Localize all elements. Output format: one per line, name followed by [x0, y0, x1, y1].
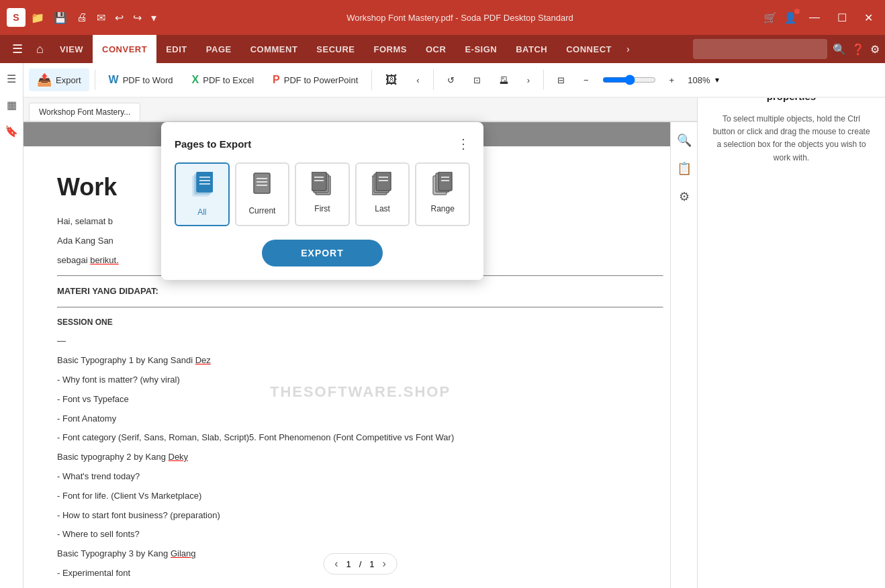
dropdown-icon[interactable]: ▾ — [151, 11, 156, 24]
pdf-to-word-button[interactable]: W PDF to Word — [101, 70, 181, 90]
title-bar-right: 🛒 👤 — ☐ ✕ — [763, 9, 878, 27]
page-option-all-label: All — [197, 207, 206, 217]
sliders-icon[interactable]: ⚙ — [673, 184, 695, 209]
hamburger-menu[interactable]: ☰ — [5, 38, 30, 60]
page-option-first[interactable]: First — [295, 162, 350, 226]
page-option-first-icon — [312, 172, 333, 199]
cart-icon[interactable]: 🛒 — [763, 12, 777, 23]
thumbnail-icon[interactable]: ▦ — [3, 95, 21, 115]
nav-left-button[interactable]: ‹ — [408, 71, 427, 89]
panel-toggle-icon[interactable]: ☰ — [3, 68, 20, 89]
title-bar-left: S 📁 💾 🖨 ✉ ↩ ↪ ▾ — [7, 8, 156, 27]
title-bar: S 📁 💾 🖨 ✉ ↩ ↪ ▾ Workshop Font Mastery.pd… — [0, 0, 885, 35]
export-icon: 📤 — [37, 72, 52, 87]
rotate-button[interactable]: ↺ — [439, 71, 463, 89]
page-option-range-label: Range — [431, 204, 455, 213]
pdf-bullet-2: - Font vs Typeface — [57, 393, 663, 407]
pdf-bullet-1: - Why font is matter? (why viral) — [57, 373, 663, 387]
home-button[interactable]: ⌂ — [30, 38, 50, 60]
excel-icon: X — [192, 74, 199, 86]
image-icon: 🖼 — [385, 73, 398, 87]
menu-item-edit[interactable]: EDIT — [156, 35, 197, 63]
mail-icon[interactable]: ✉ — [97, 11, 105, 24]
right-panel: Click on the object to edit its properti… — [697, 63, 885, 588]
toolbar-divider-2 — [371, 70, 372, 90]
app-icon: S — [7, 8, 26, 27]
menu-item-connect[interactable]: CONNECT — [557, 35, 621, 63]
minimize-button[interactable]: — — [804, 9, 825, 26]
folder-icon[interactable]: 📁 — [31, 11, 44, 24]
menu-item-page[interactable]: PAGE — [197, 35, 241, 63]
pdf-bullet-6: - Font for life. (Client Vs Marketplace) — [57, 489, 663, 503]
page-option-range-icon — [432, 172, 453, 199]
svg-rect-2 — [197, 172, 213, 192]
export-button[interactable]: 📤 Export — [29, 68, 89, 91]
next-page-button[interactable]: › — [383, 558, 386, 570]
page-option-current[interactable]: Current — [235, 162, 290, 226]
menu-item-esign[interactable]: E-SIGN — [455, 35, 506, 63]
menu-item-comment[interactable]: COMMENT — [241, 35, 308, 63]
zoom-out-button[interactable]: − — [575, 71, 597, 89]
cart-wrapper: 🛒 — [763, 11, 777, 24]
page-option-range[interactable]: Range — [415, 162, 470, 226]
menu-items: VIEW CONVERT EDIT PAGE COMMENT SECURE FO… — [50, 35, 635, 63]
stamp-button[interactable]: 🗳 — [492, 71, 516, 89]
svg-rect-6 — [254, 173, 270, 193]
menu-item-view[interactable]: VIEW — [50, 35, 93, 63]
page-option-current-label: Current — [248, 206, 275, 215]
search-panel-icon[interactable]: 🔍 — [671, 128, 697, 153]
title-separator: - — [455, 13, 461, 23]
print-icon[interactable]: 🖨 — [77, 11, 87, 23]
title-bar-icons: 📁 💾 🖨 ✉ ↩ ↪ ▾ — [31, 11, 156, 24]
total-pages: 1 — [369, 559, 374, 569]
pdf-to-powerpoint-label: PDF to PowerPoint — [284, 75, 359, 85]
menu-item-secure[interactable]: SECURE — [307, 35, 364, 63]
layers-icon[interactable]: 📋 — [671, 156, 697, 181]
pdf-separator-2 — [57, 307, 663, 308]
zoom-dropdown-icon[interactable]: ▾ — [715, 75, 719, 85]
dialog-title: Pages to Export — [175, 138, 251, 150]
pdf-to-powerpoint-button[interactable]: P PDF to PowerPoint — [265, 70, 366, 90]
page-option-all-icon — [191, 172, 213, 202]
pdf-dash: — — [57, 334, 663, 348]
export-button-dialog[interactable]: EXPORT — [262, 240, 383, 266]
image-export-button[interactable]: 🖼 — [377, 69, 406, 91]
pdf-to-excel-button[interactable]: X PDF to Excel — [184, 70, 263, 90]
search-input[interactable] — [693, 39, 827, 59]
settings-icon[interactable]: ⚙ — [870, 43, 880, 56]
menu-expand-icon[interactable]: › — [621, 44, 635, 54]
redo-icon[interactable]: ↪ — [133, 11, 142, 24]
layout-button[interactable]: ⊡ — [465, 71, 489, 89]
bookmark-icon[interactable]: 🔖 — [1, 121, 22, 142]
tab-bar: Workshop Font Mastery... — [24, 98, 697, 122]
menu-search-area: 🔍 ❓ ⚙ — [693, 39, 880, 59]
page-option-current-icon — [252, 172, 271, 201]
zoom-slider[interactable] — [602, 75, 656, 85]
export-label: Export — [56, 75, 81, 85]
menu-item-ocr[interactable]: OCR — [416, 35, 455, 63]
search-icon[interactable]: 🔍 — [833, 43, 846, 56]
pdf-bullet-7: - How to start font business? (preparati… — [57, 509, 663, 523]
page-option-last-icon — [372, 172, 393, 199]
pdf-typography-1: Basic Typography 1 by Kang Sandi Dez — [57, 354, 663, 368]
menu-item-batch[interactable]: BATCH — [506, 35, 557, 63]
nav-right-button[interactable]: › — [519, 71, 538, 89]
help-icon[interactable]: ❓ — [851, 43, 865, 56]
save-icon[interactable]: 💾 — [54, 11, 67, 24]
zoom-in-button[interactable]: + — [661, 71, 683, 89]
page-option-all[interactable]: All — [175, 162, 230, 226]
fit-button[interactable]: ⊟ — [549, 71, 573, 89]
tab-workshop[interactable]: Workshop Font Mastery... — [29, 103, 140, 121]
dialog-menu-button[interactable]: ⋮ — [457, 136, 470, 152]
toolbar-divider-4 — [543, 70, 544, 90]
maximize-button[interactable]: ☐ — [832, 9, 852, 27]
prev-page-button[interactable]: ‹ — [334, 558, 338, 570]
page-option-first-label: First — [314, 204, 330, 213]
app-title: Soda PDF Desktop Standard — [461, 13, 573, 23]
close-button[interactable]: ✕ — [859, 9, 878, 27]
undo-icon[interactable]: ↩ — [115, 11, 124, 24]
menu-item-convert[interactable]: CONVERT — [93, 35, 156, 63]
menu-item-forms[interactable]: FORMS — [365, 35, 416, 63]
pdf-to-word-label: PDF to Word — [123, 75, 173, 85]
page-option-last[interactable]: Last — [355, 162, 410, 226]
